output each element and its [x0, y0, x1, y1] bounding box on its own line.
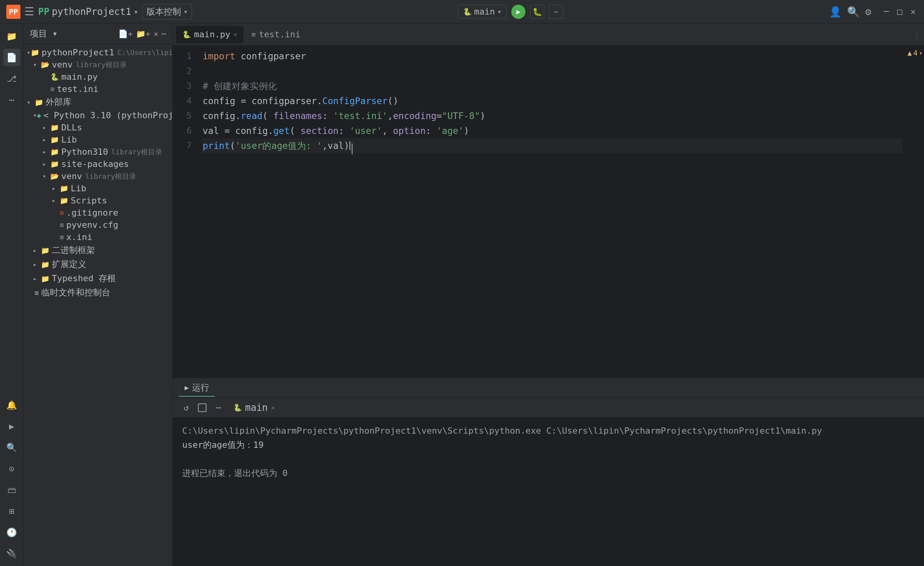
editor-column: 🐍 main.py ✕ ≡ test.ini ⋮ 1 2 3 4 5: [173, 24, 924, 566]
editor-content: 1 2 3 4 5 6 7 import configparser: [173, 46, 924, 377]
database-icon[interactable]: 🗃: [3, 481, 20, 498]
run-debug-icon[interactable]: ▶: [3, 418, 20, 435]
rerun-button[interactable]: ↺: [179, 401, 193, 415]
tree-label: Lib: [61, 135, 77, 145]
tree-item-extensions[interactable]: ▸ 📁 扩展定义: [24, 257, 172, 271]
debug-button[interactable]: 🐛: [530, 5, 544, 19]
tree-label: DLLs: [61, 123, 82, 132]
git-icon[interactable]: ⎇: [3, 70, 20, 87]
activity-bar: 📁 📄 ⎇ ⋯ 🔔 ▶ 🔍 ⊙ 🗃 ⊞ 🕐 🔌: [0, 24, 24, 566]
file-view-icon[interactable]: 📄: [3, 49, 20, 66]
tab-close-button[interactable]: ✕: [234, 31, 238, 38]
tree-item-main-py[interactable]: ▸ 🐍 main.py: [24, 71, 172, 83]
tree-item-scripts[interactable]: ▸ 📁 Scripts: [24, 194, 172, 207]
panel-more-button[interactable]: ⋯: [211, 401, 225, 415]
more-tools-icon[interactable]: ⋯: [3, 91, 20, 108]
tree-sublabel: C:\Users\lipin: [117, 48, 172, 57]
hamburger-menu-icon[interactable]: ☰: [24, 5, 34, 18]
run-config[interactable]: 🐍 main ▾: [458, 5, 507, 18]
sidebar-title[interactable]: 项目 ▾: [30, 28, 115, 40]
code-text: val = config.: [203, 123, 273, 138]
tab-main-py[interactable]: 🐍 main.py ✕: [176, 26, 243, 43]
tree-item-binary[interactable]: ▸ 📁 二进制框架: [24, 243, 172, 257]
minimize-button[interactable]: ─: [882, 7, 891, 16]
tab-test-ini[interactable]: ≡ test.ini: [245, 26, 307, 43]
code-text: config = configparser.: [203, 93, 322, 108]
run-tab-close[interactable]: ×: [271, 403, 275, 412]
tree-item-python310[interactable]: ▸ 📁 Python310 library根目录: [24, 146, 172, 158]
code-editor[interactable]: import configparser # 创建对象实例化 config = c…: [196, 46, 908, 377]
tree-item-gitignore[interactable]: ▸ ⊙ .gitignore: [24, 207, 172, 219]
folder-icon: 📁: [35, 98, 43, 106]
tree-item-dlls[interactable]: ▸ 📁 DLLs: [24, 121, 172, 134]
tree-item-test-ini[interactable]: ▸ ≡ test.ini: [24, 83, 172, 95]
tree-item-venv[interactable]: ▾ 📂 venv library根目录: [24, 59, 172, 71]
tree-item-x-ini[interactable]: ▸ ≡ x.ini: [24, 231, 172, 243]
maximize-button[interactable]: □: [895, 7, 904, 16]
arrow-icon: ▸: [52, 185, 60, 192]
new-folder-icon[interactable]: 📁+: [136, 29, 150, 38]
tree-item-typeshed[interactable]: ▸ 📁 Typeshed 存根: [24, 271, 172, 286]
code-line-1: import configparser: [203, 49, 902, 64]
code-line-5: config. read ( filenames : 'test.ini' , …: [203, 108, 902, 123]
tree-item-lib[interactable]: ▸ 📁 Lib: [24, 134, 172, 146]
plugin-icon[interactable]: 🔌: [3, 545, 20, 562]
tree-label: Typeshed 存根: [52, 273, 116, 284]
tree-item-root[interactable]: ▾ 📁 pythonProject1 C:\Users\lipin: [24, 46, 172, 59]
tree-item-lib-inner[interactable]: ▸ 📁 Lib: [24, 182, 172, 194]
ini-file-icon: ≡: [50, 85, 55, 93]
search-icon[interactable]: 🔍: [847, 6, 860, 18]
search-side-icon[interactable]: 🔍: [3, 439, 20, 456]
history-icon[interactable]: 🕐: [3, 524, 20, 541]
comment: # 创建对象实例化: [203, 79, 277, 93]
ini-tab-icon: ≡: [251, 30, 256, 38]
tree-item-python-env[interactable]: ▾ ◆ < Python 3.10 (pythonProje...: [24, 109, 172, 121]
param-name: section: [300, 123, 338, 138]
code-text: ,: [388, 108, 393, 123]
close-button[interactable]: ✕: [908, 7, 918, 16]
python-tab-icon: 🐍: [182, 30, 191, 38]
code-line-7: print ( 'user的age值为: ' ,val) │: [203, 138, 902, 153]
panel-tab-run[interactable]: ▶ 运行: [179, 379, 215, 397]
terminal-side-icon[interactable]: ⊞: [3, 502, 20, 520]
folder-icon: 📁: [50, 123, 59, 132]
arrow-icon: ▸: [42, 148, 50, 156]
sidebar-tree: ▾ 📁 pythonProject1 C:\Users\lipin ▾ 📂 ve…: [24, 44, 172, 566]
more-button[interactable]: ⋯: [549, 5, 563, 19]
app-icon: PP: [6, 5, 20, 19]
project-view-icon[interactable]: 📁: [3, 27, 20, 45]
stop-button[interactable]: [198, 403, 207, 412]
settings-icon[interactable]: ⚙: [865, 6, 871, 18]
ini-icon: ≡: [60, 233, 64, 241]
tree-item-external[interactable]: ▾ 📁 外部库: [24, 95, 172, 109]
tree-item-temp[interactable]: ▸ ≡ 临时文件和控制台: [24, 286, 172, 300]
tree-sublabel: library根目录: [85, 172, 136, 181]
project-name-label: pythonProject1: [52, 6, 131, 17]
arrow-icon: ▸: [33, 247, 41, 254]
terminal-exit-line: 进程已结束，退出代码为 0: [182, 466, 915, 480]
tab-bar-menu-icon[interactable]: ⋮: [913, 30, 921, 39]
warning-badge[interactable]: ▲ 4 ▾: [908, 49, 922, 57]
code-text: :: [338, 123, 349, 138]
terminal-empty-line: [182, 452, 915, 466]
vcs-button[interactable]: 版本控制 ▾: [142, 4, 192, 20]
panel-toolbar: ↺ ⋯ 🐍 main ×: [173, 398, 924, 418]
sidebar-more-icon[interactable]: ⋯: [161, 29, 166, 38]
notifications-icon[interactable]: 🔔: [3, 396, 20, 414]
line-numbers: 1 2 3 4 5 6 7: [173, 46, 196, 377]
tree-item-pyvenv[interactable]: ▸ ≡ pyvenv.cfg: [24, 219, 172, 231]
git-side-icon[interactable]: ⊙: [3, 460, 20, 477]
function-name: get: [273, 123, 290, 138]
code-line-2: [203, 64, 902, 79]
code-text: (): [388, 93, 399, 108]
close-sidebar-icon[interactable]: ✕: [154, 29, 158, 38]
tree-item-venv-inner[interactable]: ▾ 📂 venv library根目录: [24, 170, 172, 182]
new-file-icon[interactable]: 📄+: [118, 29, 133, 38]
user-icon[interactable]: 👤: [829, 6, 842, 18]
tree-label: venv: [52, 60, 73, 70]
tree-item-site-packages[interactable]: ▸ 📁 site-packages: [24, 158, 172, 170]
tree-sublabel: library根目录: [111, 147, 162, 157]
run-button[interactable]: ▶: [511, 5, 525, 19]
arrow-icon: ▸: [42, 124, 50, 131]
tree-label: main.py: [61, 72, 98, 82]
